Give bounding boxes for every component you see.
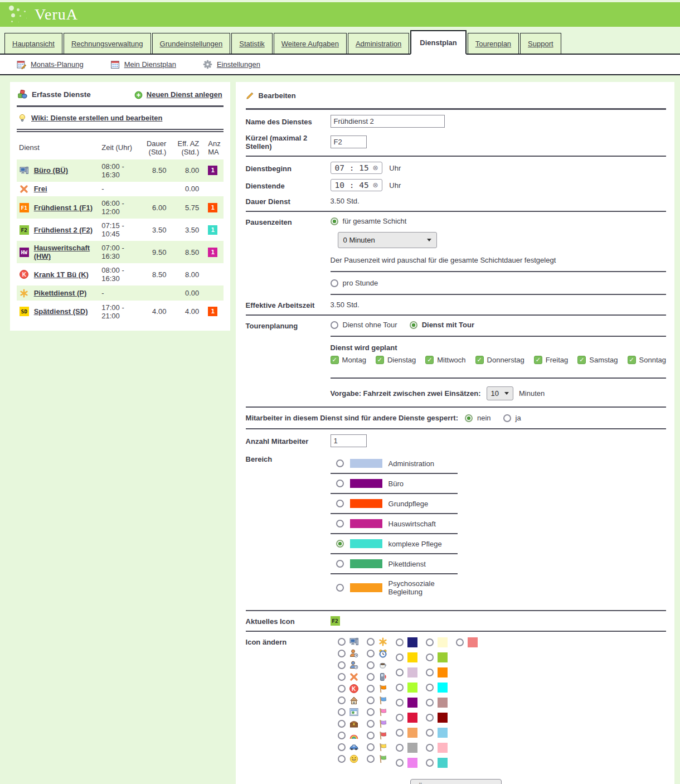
service-link[interactable]: Frühdienst 2 (F2) [34,226,93,234]
anzahl-mitarbeiter-input[interactable] [331,434,367,447]
checked-checkbox[interactable]: ✓ [376,356,384,364]
color-option-radio[interactable] [396,654,404,661]
subnav-item-einstellungen[interactable]: Einstellungen [203,60,260,69]
dienst-ohne-tour-radio[interactable] [331,321,338,329]
pause-stunde-radio[interactable] [331,279,338,287]
dienstbeginn-time-input[interactable]: 07 : 15 ⊗ [331,162,382,174]
icon-option-radio[interactable] [338,650,346,657]
color-option-radio[interactable] [426,654,434,661]
checked-checkbox[interactable]: ✓ [534,356,542,364]
color-option-radio[interactable] [396,684,404,691]
color-option-radio[interactable] [396,699,404,706]
tab-weitere-aufgaben[interactable]: Weitere Aufgaben [274,33,347,54]
flag-blue-icon [378,695,387,705]
icon-option-radio[interactable] [367,732,375,739]
color-option [426,682,448,693]
new-service-link[interactable]: Neuen Dienst anlegen [134,90,222,99]
icon-option-radio[interactable] [367,673,375,681]
service-link[interactable]: Frühdienst 1 (F1) [34,204,93,212]
icon-option-radio[interactable] [338,755,346,763]
tab-statistik[interactable]: Statistik [231,33,273,54]
fahrzeit-select[interactable]: 10 [487,386,513,400]
bereich-radio[interactable] [336,480,344,487]
bereich-radio[interactable] [336,520,344,527]
checked-checkbox[interactable]: ✓ [475,356,484,364]
color-option-radio[interactable] [426,638,434,646]
icon-option-radio[interactable] [338,720,346,728]
tab-grundeinstellungen[interactable]: Grundeinstellungen [152,33,231,54]
pause-minutes-select[interactable]: 0 Minuten [338,232,437,248]
color-option [396,667,417,678]
checked-checkbox[interactable]: ✓ [628,356,636,364]
color-option-radio[interactable] [426,699,434,706]
color-option-radio[interactable] [426,714,434,722]
color-option-radio[interactable] [426,669,434,676]
checked-checkbox[interactable]: ✓ [425,356,434,364]
icon-option-radio[interactable] [367,696,375,704]
save-button[interactable]: Änderungen speichern [410,779,502,784]
subnav-item-monats-planung[interactable]: Monats-Planung [17,60,84,69]
service-link[interactable]: Frei [34,185,47,193]
icon-option-radio[interactable] [367,638,375,646]
icon-option-radio[interactable] [367,743,375,751]
bereich-radio[interactable] [336,540,344,548]
divider [331,378,666,379]
icon-option-radio[interactable] [367,708,375,716]
icon-option-radio[interactable] [367,650,375,657]
color-option-radio[interactable] [426,744,434,752]
kuerzel-input[interactable] [331,135,367,148]
color-option-radio[interactable] [396,638,404,646]
color-option-radio[interactable] [426,729,434,737]
icon-option-radio[interactable] [338,673,346,681]
tab-dienstplan[interactable]: Dienstplan [410,30,466,55]
dienst-mit-tour-radio[interactable] [410,321,417,329]
gesperrt-ja-radio[interactable] [503,414,511,422]
checked-checkbox[interactable]: ✓ [577,356,586,364]
asterisk-icon [378,637,387,646]
service-link[interactable]: Krank 1T Bü (K) [34,270,89,279]
tab-support[interactable]: Support [520,33,561,54]
bereich-radio[interactable] [336,459,344,467]
tab-tourenplan[interactable]: Tourenplan [468,33,519,54]
icon-option-radio[interactable] [338,696,346,704]
checked-checkbox[interactable]: ✓ [331,356,339,364]
service-link[interactable]: Spätdienst (SD) [34,307,88,316]
clear-time-icon[interactable]: ⊗ [373,181,378,190]
color-option-radio[interactable] [396,669,404,676]
color-option-radio[interactable] [426,684,434,691]
icon-option-radio[interactable] [338,661,346,669]
icon-option-radio[interactable] [338,638,346,646]
icon-option-radio[interactable] [367,755,375,763]
dienstende-time-input[interactable]: 10 : 45 ⊗ [331,179,382,191]
color-option-radio[interactable] [396,759,404,767]
wiki-link[interactable]: Wiki: Dienste erstellen und bearbeiten [17,112,224,124]
bereich-radio[interactable] [336,560,344,568]
color-option-radio[interactable] [396,729,404,737]
icon-option-radio[interactable] [367,720,375,728]
icon-option-radio[interactable] [338,732,346,739]
icon-option-radio[interactable] [338,708,346,716]
icon-option-radio[interactable] [338,743,346,751]
icon-option-radio[interactable] [367,685,375,693]
tab-administration[interactable]: Administration [348,33,409,54]
pause-schicht-radio[interactable] [331,217,338,225]
bereich-radio[interactable] [336,500,344,507]
clear-time-icon[interactable]: ⊗ [373,164,378,172]
tab-hauptansicht[interactable]: Hauptansicht [4,33,62,54]
color-option-radio[interactable] [396,744,404,752]
subnav-item-mein-dienstplan[interactable]: Mein Dienstplan [110,60,176,69]
icon-option-radio[interactable] [367,661,375,669]
color-option-radio[interactable] [396,714,404,722]
service-link[interactable]: Hausweritschaft (HW) [34,244,90,260]
service-link[interactable]: Pikettdienst (P) [34,289,87,297]
icon-option [338,719,358,728]
gesperrt-label: Mitarbeiter in diesem Dienst sind für an… [246,414,458,422]
bereich-radio[interactable] [336,584,344,592]
color-option-radio[interactable] [456,638,464,646]
service-name-input[interactable] [331,115,445,128]
icon-option-radio[interactable] [338,685,346,693]
service-link[interactable]: Büro (BÜ) [34,166,68,175]
tab-rechnungsverwaltung[interactable]: Rechnungsverwaltung [64,33,151,54]
color-option-radio[interactable] [426,759,434,767]
gesperrt-nein-radio[interactable] [465,414,473,422]
